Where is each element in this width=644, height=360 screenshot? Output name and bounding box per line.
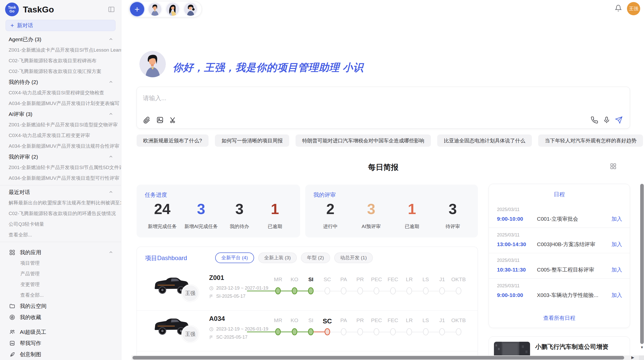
- suggestion-chip[interactable]: 欧洲新规最近颁布了什么?: [137, 134, 209, 147]
- image-icon[interactable]: [156, 116, 164, 124]
- sidebar-item[interactable]: A034-全新新能源MUV产品开发项目造型可行性评审: [0, 173, 121, 184]
- scroll-down-arrow-icon[interactable]: ▼: [640, 345, 644, 349]
- sidebar-item[interactable]: C0X4-动力总成开发项目工程变更评审: [0, 130, 121, 141]
- filter-chip[interactable]: 动总开发 (1): [334, 252, 373, 263]
- microphone-icon[interactable]: [603, 116, 610, 124]
- sidebar-item-ai-employee[interactable]: AI超级员工: [0, 326, 121, 338]
- filter-chip[interactable]: 全新上装 (3): [258, 252, 297, 263]
- scroll-right-arrow-icon[interactable]: ▶: [631, 355, 634, 360]
- milestone-label-current: SC: [319, 317, 336, 325]
- milestone-node: [341, 287, 346, 294]
- plus-icon: +: [10, 22, 14, 28]
- session-avatar[interactable]: [183, 2, 198, 16]
- project-row[interactable]: 王强 Z001 2023-12-19 ~ 2027-01-19 SI-2025-…: [137, 270, 478, 310]
- milestone-node: [439, 328, 445, 335]
- schedule-event: 2025/03/11 9:00-10:00 C001-立项审批会 加入: [489, 202, 630, 228]
- suggestion-chip[interactable]: 特朗普可能对进口汽车增税会对中国车企造成哪些影响: [296, 134, 431, 147]
- owner-badge: 王强: [182, 284, 199, 302]
- apps-grid-icon: [9, 249, 15, 256]
- event-date: 2025/03/11: [497, 232, 622, 238]
- sidebar-item-project-mgmt[interactable]: 项目管理: [0, 258, 121, 268]
- phone-icon[interactable]: [591, 116, 598, 124]
- horizontal-scrollbar[interactable]: ▶: [131, 355, 644, 360]
- stat: 24 新增完成任务: [148, 201, 177, 230]
- sidebar-item-my-apps[interactable]: 我的应用: [0, 247, 121, 258]
- new-chat-button[interactable]: + 新对话: [6, 20, 115, 31]
- sidebar-item-cloud-space[interactable]: 我的云空间: [0, 301, 121, 312]
- send-icon[interactable]: [615, 116, 623, 124]
- join-link[interactable]: 加入: [611, 266, 622, 273]
- recent-chat-item[interactable]: 公司Q3轻卡销量: [0, 219, 121, 230]
- session-pill: +: [129, 1, 202, 17]
- join-link[interactable]: 加入: [611, 215, 622, 222]
- milestone-node-overdue: [325, 328, 330, 335]
- recent-chat-item[interactable]: 解释最新出台的欧盟报废车法规再生塑料比例被调至15%...: [0, 198, 121, 208]
- section-header-my-review[interactable]: 我的评审 (2): [0, 152, 121, 162]
- sidebar-item[interactable]: Z001-全新燃油皮卡产品开发项目SI节点Lesson Learn报告: [0, 45, 121, 55]
- stat: 3 新增AI完成任务: [184, 201, 218, 230]
- vertical-scrollbar-thumb[interactable]: [640, 184, 644, 344]
- session-avatar[interactable]: [166, 2, 180, 16]
- milestone-label: J1: [434, 317, 450, 325]
- milestone-node: [357, 287, 363, 294]
- sidebar-item[interactable]: C02-飞腾新能源轻客改款项目立项汇报方案: [0, 66, 121, 77]
- section-header-ai-review[interactable]: AI评审 (3): [0, 109, 121, 119]
- sidebar-item[interactable]: A034-全新新能源MUV产品开发项目法规符合性评审: [0, 141, 121, 152]
- stat: 3 我的待办: [225, 201, 253, 230]
- sidebar-item[interactable]: C02-飞腾新能源轻客改款项目里程碑画布: [0, 55, 121, 66]
- paperclip-icon[interactable]: [143, 116, 151, 124]
- chat-input[interactable]: [143, 93, 499, 104]
- input-right-icons: [591, 116, 623, 124]
- milestone-node: [325, 287, 330, 294]
- sidebar-item-product-mgmt[interactable]: 产品管理: [0, 268, 121, 279]
- section-header-recent[interactable]: 最近对话: [0, 187, 121, 198]
- event-name: C005-整车工程目标评审: [537, 266, 611, 273]
- add-session-button[interactable]: +: [130, 2, 144, 16]
- horizontal-scrollbar-thumb[interactable]: [133, 356, 624, 359]
- layout-grid-icon[interactable]: [610, 163, 617, 170]
- filter-chip[interactable]: 年型 (2): [301, 252, 330, 263]
- notification-bell-icon[interactable]: [615, 5, 622, 12]
- join-link[interactable]: 加入: [611, 292, 622, 299]
- milestone-node: [406, 328, 412, 335]
- chevron-up-icon: [108, 250, 113, 255]
- milestone-node: [423, 287, 429, 294]
- project-row[interactable]: 王强 A034 2023-12-19 ~ 2026-01-19 SC-2025-…: [137, 310, 478, 351]
- sidebar-item-help-write[interactable]: 帮我写作: [0, 338, 121, 349]
- milestone-node-done: [292, 287, 297, 294]
- filter-chip[interactable]: 全新平台 (4): [215, 252, 254, 263]
- user-avatar[interactable]: 王强: [627, 2, 640, 15]
- milestone-label: KO: [286, 317, 303, 325]
- clock-icon: [209, 327, 214, 332]
- suggestion-chip[interactable]: 比亚迪全固态电池计划具体说了什么: [437, 134, 532, 147]
- section-header-my-todo[interactable]: 我的待办 (2): [0, 77, 121, 87]
- schedule-list: 2025/03/11 9:00-10:00 C001-立项审批会 加入 2025…: [489, 202, 630, 304]
- milestone-node: [357, 328, 363, 335]
- project-dashboard-card: 项目Dashboard 全新平台 (4) 全新上装 (3) 年型 (2) 动总开…: [137, 247, 478, 360]
- sidebar-item[interactable]: Z001-全新燃油轻卡产品开发项目SI造型提交物评审: [0, 119, 121, 130]
- sidebar-item[interactable]: C0X4-动力总成开发项目SI里程碑提交物检查: [0, 87, 121, 98]
- sidebar-item-favorites[interactable]: 我的收藏: [0, 312, 121, 323]
- project-flag: SI-2025-05-17: [209, 294, 245, 299]
- view-all-schedule-link[interactable]: 查看所有日程: [489, 314, 630, 322]
- scissors-icon[interactable]: [169, 116, 177, 124]
- sidebar-item[interactable]: Z001-全新燃油轻卡产品开发项目SI节点属性5D文件评审: [0, 162, 121, 173]
- session-avatar[interactable]: [148, 2, 162, 16]
- suggestion-chip[interactable]: 当下年轻人对汽车外观有怎样的喜好趋势: [538, 134, 643, 147]
- section-header-agent-done[interactable]: Agent已办 (3): [0, 34, 121, 45]
- milestone-node-done: [292, 328, 297, 335]
- sidebar-item[interactable]: A034-全新新能源MUV产品开发项目计划变更表编写: [0, 98, 121, 109]
- sidebar-item-creative-draw[interactable]: 创意制图: [0, 349, 121, 360]
- apps-view-all[interactable]: 查看全部...: [0, 290, 121, 301]
- event-name: C001-立项审批会: [537, 215, 611, 222]
- feather-icon: [9, 351, 15, 357]
- sidebar-collapse-icon[interactable]: [108, 6, 115, 13]
- sidebar-item-change-mgmt[interactable]: 变更管理: [0, 279, 121, 290]
- stat: 2 进行中: [316, 201, 344, 230]
- recent-chat-item[interactable]: C02-飞腾新能源轻客改款项目的闭环通告反馈情况: [0, 208, 121, 219]
- join-link[interactable]: 加入: [611, 241, 622, 248]
- recent-view-all[interactable]: 查看全部...: [0, 230, 121, 240]
- suggestion-chip[interactable]: 如何写一份清晰的项目周报: [215, 134, 289, 147]
- milestone-node: [390, 328, 396, 335]
- app-title: TaskGo: [23, 5, 54, 14]
